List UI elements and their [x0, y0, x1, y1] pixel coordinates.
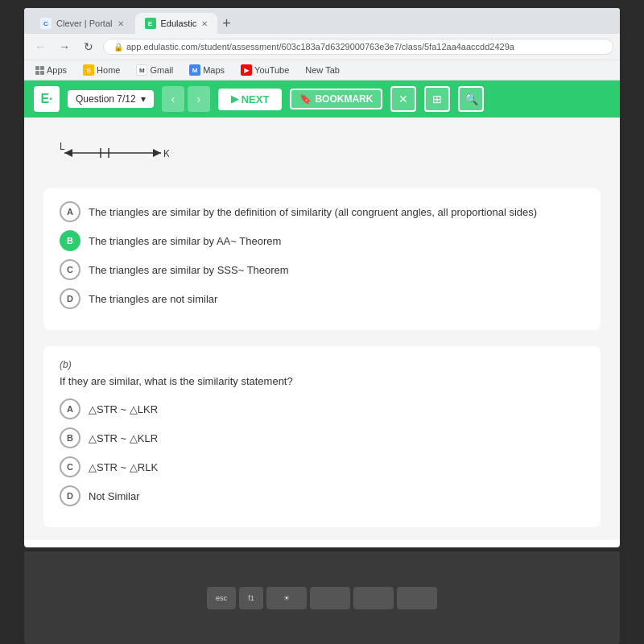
- tab-bar: C Clever | Portal ✕ E Edulastic ✕ +: [24, 8, 620, 34]
- part-b-option-c[interactable]: C △STR ~ △RLK: [60, 456, 584, 477]
- address-bar-row: ← → ↻ 🔒 app.edulastic.com/student/assess…: [24, 34, 620, 60]
- space-key3[interactable]: [397, 587, 437, 609]
- option-b-text: The triangles are similar by AA~ Theorem: [89, 235, 281, 247]
- gmail-label: Gmail: [150, 65, 173, 75]
- brightness-key[interactable]: ☀: [266, 587, 307, 609]
- apps-label: Apps: [47, 65, 67, 75]
- prev-question-button[interactable]: ‹: [162, 86, 184, 112]
- part-b-option-d[interactable]: D Not Similar: [60, 485, 584, 506]
- youtube-icon: ▶: [241, 64, 252, 76]
- option-a[interactable]: A The triangles are similar by the defin…: [60, 201, 584, 222]
- bookmark-youtube[interactable]: ▶ YouTube: [236, 63, 294, 77]
- bookmark-icon: 🔖: [299, 93, 312, 105]
- clever-tab-label: Clever | Portal: [56, 19, 113, 28]
- bookmark-home[interactable]: S Home: [78, 63, 125, 77]
- newtab-label: New Tab: [305, 65, 340, 75]
- svg-marker-2: [153, 149, 161, 157]
- maps-label: Maps: [203, 65, 225, 75]
- part-b-option-c-text: △STR ~ △RLK: [89, 461, 158, 473]
- diagram-area: L K: [43, 130, 601, 175]
- part-b-option-a-circle: A: [60, 398, 80, 419]
- bookmark-newtab[interactable]: New Tab: [300, 64, 345, 76]
- next-question-arrow-button[interactable]: ›: [188, 86, 210, 112]
- gmail-icon: M: [136, 64, 147, 76]
- youtube-label: YouTube: [254, 65, 289, 75]
- maps-icon: M: [189, 64, 200, 76]
- part-b-option-b-circle: B: [60, 427, 80, 448]
- option-a-text: The triangles are similar by the definit…: [89, 206, 537, 218]
- screen: C Clever | Portal ✕ E Edulastic ✕ + ← → …: [24, 8, 620, 547]
- svg-text:L: L: [60, 141, 65, 152]
- f1-key[interactable]: f1: [239, 587, 263, 609]
- option-d-circle: D: [60, 288, 80, 309]
- option-c-circle: C: [60, 259, 80, 280]
- option-d-text: The triangles are not similar: [89, 293, 217, 305]
- keyboard: esc f1 ☀: [24, 551, 620, 644]
- bookmark-maps[interactable]: M Maps: [184, 63, 229, 77]
- question-selector[interactable]: Question 7/12 ▾: [68, 90, 154, 108]
- part-b-option-b-text: △STR ~ △KLR: [89, 432, 158, 444]
- dropdown-arrow-icon: ▾: [141, 93, 146, 105]
- next-arrow-icon: ▶: [231, 93, 238, 105]
- forward-button[interactable]: →: [55, 37, 74, 56]
- bookmark-label: BOOKMARK: [315, 93, 373, 105]
- part-b-option-a-text: △STR ~ △LKR: [89, 403, 158, 415]
- esc-key[interactable]: esc: [207, 587, 236, 609]
- edulastic-logo: E·: [34, 86, 60, 112]
- diagram-svg: L K: [56, 137, 169, 169]
- bookmark-gmail[interactable]: M Gmail: [131, 63, 178, 77]
- space-key2[interactable]: [353, 587, 394, 609]
- edulastic-header: E· Question 7/12 ▾ ‹ › ▶ NEXT 🔖 BOOKMARK…: [24, 80, 620, 118]
- bookmark-apps[interactable]: Apps: [31, 64, 72, 76]
- apps-icon: [35, 66, 44, 75]
- home-label: Home: [97, 65, 120, 75]
- next-button[interactable]: ▶ NEXT: [218, 89, 283, 110]
- edu-tab-close[interactable]: ✕: [201, 19, 208, 28]
- edu-favicon: E: [145, 18, 156, 29]
- question-content: L K A The triangles are similar by the d…: [24, 118, 620, 540]
- option-b-circle: B: [60, 230, 80, 251]
- lock-icon: 🔒: [114, 43, 123, 52]
- part-a-options: A The triangles are similar by the defin…: [43, 188, 601, 330]
- part-b-option-a[interactable]: A △STR ~ △LKR: [60, 398, 584, 419]
- next-label: NEXT: [242, 93, 270, 105]
- refresh-button[interactable]: ↻: [79, 37, 98, 56]
- space-key[interactable]: [310, 587, 350, 609]
- svg-marker-1: [64, 149, 72, 157]
- tab-clever[interactable]: C Clever | Portal ✕: [31, 13, 134, 34]
- zoom-button[interactable]: 🔍: [458, 86, 484, 112]
- back-button[interactable]: ←: [31, 37, 50, 56]
- part-b-option-c-circle: C: [60, 456, 80, 477]
- option-c-text: The triangles are similar by SSS~ Theore…: [89, 264, 289, 276]
- part-b-label: (b): [60, 359, 584, 370]
- bookmark-button[interactable]: 🔖 BOOKMARK: [290, 89, 382, 109]
- svg-text:K: K: [163, 148, 169, 159]
- browser-chrome: C Clever | Portal ✕ E Edulastic ✕ + ← → …: [24, 8, 620, 80]
- part-b-option-d-circle: D: [60, 485, 80, 506]
- address-bar[interactable]: 🔒 app.edulastic.com/student/assessment/6…: [103, 39, 613, 55]
- option-c[interactable]: C The triangles are similar by SSS~ Theo…: [60, 259, 584, 280]
- question-label: Question 7/12: [76, 93, 136, 105]
- part-b-option-b[interactable]: B △STR ~ △KLR: [60, 427, 584, 448]
- grid-button[interactable]: ⊞: [424, 86, 450, 112]
- clever-favicon: C: [40, 18, 52, 29]
- part-b-section: (b) If they are similar, what is the sim…: [43, 346, 601, 527]
- clever-tab-close[interactable]: ✕: [118, 19, 124, 28]
- edu-tab-label: Edulastic: [161, 19, 197, 28]
- url-text: app.edulastic.com/student/assessment/603…: [126, 42, 514, 52]
- nav-arrows: ‹ ›: [162, 86, 210, 112]
- close-button[interactable]: ✕: [390, 86, 416, 112]
- option-a-circle: A: [60, 201, 80, 222]
- tab-edulastic[interactable]: E Edulastic ✕: [135, 13, 218, 34]
- laptop-bezel: C Clever | Portal ✕ E Edulastic ✕ + ← → …: [0, 0, 644, 644]
- option-d[interactable]: D The triangles are not similar: [60, 288, 584, 309]
- new-tab-button[interactable]: +: [222, 15, 231, 32]
- part-b-question: If they are similar, what is the similar…: [60, 375, 584, 387]
- option-b[interactable]: B The triangles are similar by AA~ Theor…: [60, 230, 584, 251]
- part-b-option-d-text: Not Similar: [89, 490, 140, 502]
- home-icon: S: [83, 64, 94, 76]
- bookmarks-bar: Apps S Home M Gmail M Maps ▶ YouTube: [24, 60, 620, 80]
